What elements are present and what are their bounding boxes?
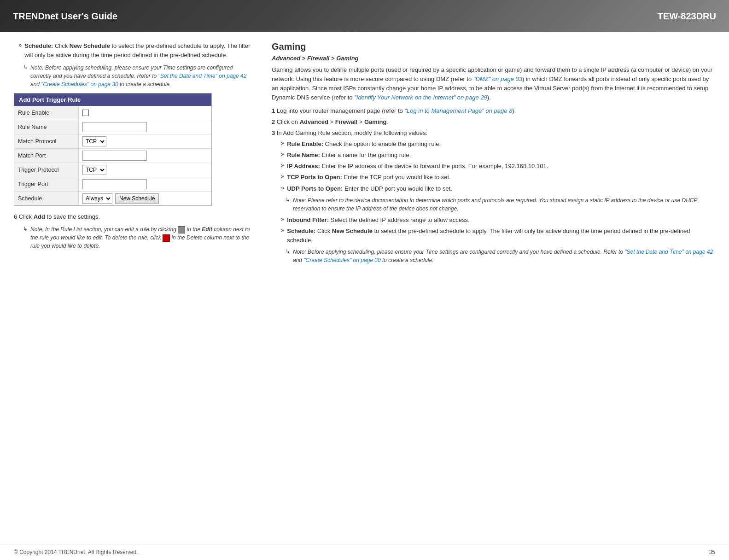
note2: ↳ Note: In the Rule List section, you ca… — [23, 225, 253, 250]
note1-text: Note: Before applying scheduling, please… — [30, 64, 253, 88]
rbullet-symbol2: » — [281, 151, 284, 160]
right-step1: 1 Log into your router management page (… — [272, 106, 715, 116]
note3: ↳ Note: Please refer to the device docum… — [286, 196, 715, 213]
form-row-trigger-protocol: Trigger Protocol TCP UDP — [14, 163, 211, 177]
footer-page: 35 — [709, 549, 715, 555]
form-value-schedule: Always New Schedule — [79, 192, 211, 205]
form-label-match-protocol: Match Protocol — [14, 134, 79, 148]
trigger-port-input[interactable] — [82, 179, 147, 189]
header-model: TEW-823DRU — [658, 11, 716, 22]
rbullet-symbol5: » — [281, 184, 284, 193]
note3-arrow: ↳ — [286, 197, 290, 213]
rbullet-tcp-ports-text: TCP Ports to Open: Enter the TCP port yo… — [287, 173, 450, 182]
form-title: Add Port Trigger Rule — [14, 93, 211, 106]
note4-link2[interactable]: "Create Schedules" on page 30 — [303, 257, 380, 263]
form-label-schedule: Schedule — [14, 192, 79, 205]
page-footer: © Copyright 2014 TRENDnet. All Rights Re… — [0, 544, 729, 560]
form-value-rule-name — [79, 120, 211, 134]
footer-copyright: © Copyright 2014 TRENDnet. All Rights Re… — [14, 549, 138, 555]
form-value-trigger-protocol: TCP UDP — [79, 163, 211, 177]
identify-network-link[interactable]: "Identify Your Network on the Internet" … — [354, 94, 487, 101]
note4-text: Note: Before applying scheduling, please… — [293, 248, 715, 264]
right-column: Gaming Advanced > Firewall > Gaming Gami… — [272, 41, 715, 267]
rbullet-symbol7: » — [281, 227, 284, 245]
rbullet-inbound-text: Inbound Filter: Select the defined IP ad… — [287, 216, 469, 225]
form-row-trigger-port: Trigger Port — [14, 177, 211, 192]
gaming-intro: Gaming allows you to define multiple por… — [272, 65, 715, 103]
form-value-trigger-port — [79, 177, 211, 191]
step2-num: 2 — [272, 118, 275, 125]
rule-name-input[interactable] — [82, 122, 147, 132]
rbullet-symbol3: » — [281, 162, 284, 171]
step3-num: 3 — [272, 129, 275, 136]
note2-text: Note: In the Rule List section, you can … — [30, 225, 253, 250]
form-row-match-port: Match Port — [14, 149, 211, 163]
schedule-bullet: » Schedule: Click New Schedule to select… — [14, 41, 253, 60]
bullet-udp-ports: » UDP Ports to Open: Enter the UDP port … — [272, 184, 715, 193]
rbullet-symbol: » — [281, 140, 284, 149]
step1-num: 1 — [272, 107, 275, 114]
note4-arrow: ↳ — [286, 248, 290, 264]
schedule-label: Schedule: — [24, 42, 53, 49]
form-row-rule-name: Rule Name — [14, 120, 211, 134]
note1: ↳ Note: Before applying scheduling, plea… — [23, 64, 253, 88]
add-port-trigger-form: Add Port Trigger Rule Rule Enable Rule N… — [14, 93, 212, 206]
schedule-bullet-text: Schedule: Click New Schedule to select t… — [24, 41, 253, 60]
rbullet-rule-name-text: Rule Name: Enter a name for the gaming r… — [287, 151, 411, 160]
bullet-rule-enable: » Rule Enable: Check the option to enabl… — [272, 140, 715, 149]
form-label-rule-name: Rule Name — [14, 120, 79, 134]
form-label-trigger-port: Trigger Port — [14, 177, 79, 191]
form-label-trigger-protocol: Trigger Protocol — [14, 163, 79, 177]
bullet-inbound-filter: » Inbound Filter: Select the defined IP … — [272, 216, 715, 225]
form-value-rule-enable — [79, 108, 211, 118]
form-label-rule-enable: Rule Enable — [14, 106, 79, 120]
gaming-subtitle: Advanced > Firewall > Gaming — [272, 55, 715, 62]
bullet-tcp-ports: » TCP Ports to Open: Enter the TCP port … — [272, 173, 715, 182]
new-schedule-button[interactable]: New Schedule — [115, 193, 159, 204]
trigger-protocol-select[interactable]: TCP UDP — [82, 165, 106, 175]
match-port-input[interactable] — [82, 151, 147, 161]
login-link[interactable]: "Log in to Management Page" on page 8 — [404, 107, 512, 114]
form-label-match-port: Match Port — [14, 149, 79, 163]
form-row-rule-enable: Rule Enable — [14, 106, 211, 120]
note1-link2[interactable]: "Create Schedules" on page 30 — [41, 81, 118, 88]
left-column: » Schedule: Click New Schedule to select… — [14, 41, 253, 267]
form-value-match-protocol: TCP UDP — [79, 134, 211, 148]
page-content: » Schedule: Click New Schedule to select… — [0, 32, 729, 276]
schedule-select[interactable]: Always — [82, 193, 112, 204]
dmz-link[interactable]: "DMZ" on page 33 — [473, 76, 522, 82]
bullet-right-schedule: » Schedule: Click New Schedule to select… — [272, 227, 715, 245]
rule-enable-checkbox[interactable] — [82, 110, 89, 116]
form-row-schedule: Schedule Always New Schedule — [14, 192, 211, 205]
gaming-section-title: Gaming — [272, 41, 715, 52]
edit-icon — [178, 226, 185, 233]
rbullet-schedule-text: Schedule: Click New Schedule to select t… — [287, 227, 715, 245]
note3-text: Note: Please refer to the device documen… — [293, 196, 715, 213]
rbullet-rule-enable-text: Rule Enable: Check the option to enable … — [287, 140, 441, 149]
match-protocol-select[interactable]: TCP UDP — [82, 136, 106, 146]
add-bold: Add — [34, 213, 45, 220]
header-title: TRENDnet User's Guide — [13, 11, 117, 22]
note4: ↳ Note: Before applying scheduling, plea… — [286, 248, 715, 264]
form-value-match-port — [79, 149, 211, 163]
note2-arrow: ↳ — [23, 226, 28, 250]
rbullet-ip-address-text: IP Address: Enter the IP address of the … — [287, 162, 548, 171]
note1-arrow: ↳ — [23, 64, 28, 88]
rbullet-symbol4: » — [281, 173, 284, 182]
rbullet-symbol6: » — [281, 216, 284, 225]
form-row-match-protocol: Match Protocol TCP UDP — [14, 134, 211, 149]
bullet-symbol: » — [18, 41, 22, 60]
right-step3: 3 In Add Gaming Rule section, modify the… — [272, 128, 715, 138]
note4-link1[interactable]: "Set the Date and Time" on page 42 — [624, 249, 713, 255]
note1-link1[interactable]: "Set the Date and Time" on page 42 — [158, 73, 247, 79]
rbullet-udp-ports-text: UDP Ports to Open: Enter the UDP port yo… — [287, 184, 452, 193]
new-schedule-bold: New Schedule — [70, 42, 110, 49]
right-step2: 2 Click on Advanced > Firewall > Gaming. — [272, 117, 715, 127]
delete-icon — [163, 234, 170, 242]
bullet-rule-name: » Rule Name: Enter a name for the gaming… — [272, 151, 715, 160]
page-header: TRENDnet User's Guide TEW-823DRU — [0, 0, 729, 32]
step6-text: 6 Click Add to save the settings. — [14, 212, 253, 222]
bullet-ip-address: » IP Address: Enter the IP address of th… — [272, 162, 715, 171]
